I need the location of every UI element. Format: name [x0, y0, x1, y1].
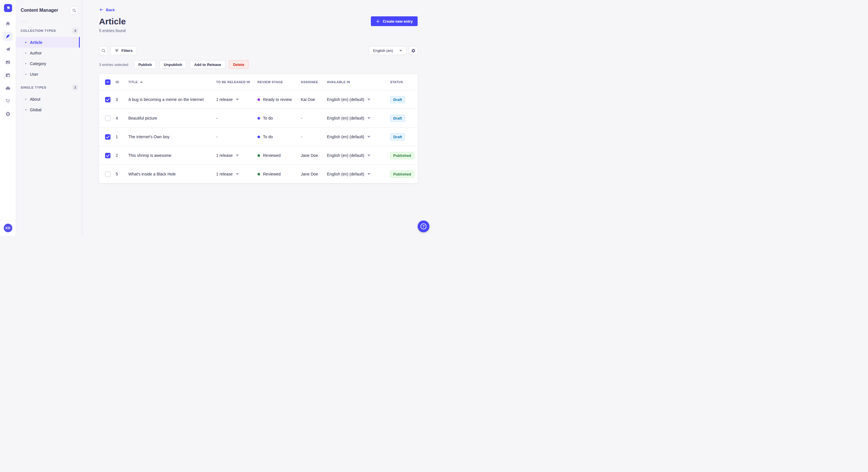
cell-review-stage: To do [257, 116, 301, 121]
delete-button[interactable]: Delete [229, 60, 249, 69]
entries-count: 5 entries found [99, 28, 417, 33]
cell-to-be-released-in: - [216, 134, 257, 139]
filters-button[interactable]: Filters [110, 46, 137, 55]
sidebar-item-releases[interactable] [3, 45, 12, 54]
row-checkbox[interactable] [105, 134, 111, 140]
table-row[interactable]: 4 Beautiful picture - To do - English (e… [99, 109, 417, 127]
status-badge: Draft [390, 133, 405, 140]
sidebar-item-marketplace[interactable] [3, 96, 12, 105]
cell-id: 2 [116, 153, 128, 158]
bullet-icon [25, 99, 26, 100]
column-header-review-stage[interactable]: REVIEW STAGE [257, 80, 301, 84]
view-settings-button[interactable] [409, 46, 417, 55]
subnav-item-author[interactable]: Author [16, 47, 80, 58]
column-header-status[interactable]: STATUS [390, 80, 417, 84]
chevron-down-icon[interactable] [367, 136, 370, 138]
bulk-actions-bar: 3 entries selected Publish Unpublish Add… [99, 60, 417, 69]
single-types-count-badge: 2 [72, 85, 78, 90]
cell-to-be-released-in: 1 release [216, 97, 257, 102]
chevron-down-icon[interactable] [367, 99, 370, 100]
sidebar-item-home[interactable] [3, 19, 12, 28]
toolbar: Filters English (en) [99, 46, 417, 55]
sidebar-item-content-type-builder[interactable] [3, 71, 12, 80]
section-label-single-types: SINGLE TYPES [21, 86, 46, 89]
bullet-icon [25, 74, 26, 75]
row-checkbox[interactable] [105, 171, 111, 177]
gear-icon [411, 48, 415, 53]
cell-assignee: Jane Doe [301, 153, 327, 158]
filters-label: Filters [121, 48, 133, 53]
table-search-button[interactable] [99, 46, 108, 55]
divider [21, 21, 28, 22]
back-link[interactable]: Back [99, 7, 115, 12]
add-to-release-button[interactable]: Add to Release [190, 60, 225, 69]
column-header-title[interactable]: TITLE [128, 80, 216, 84]
chevron-down-icon[interactable] [367, 173, 370, 175]
locale-select[interactable]: English (en) [369, 46, 406, 55]
status-badge: Published [390, 171, 414, 178]
cell-id: 1 [116, 134, 128, 139]
question-mark-icon: ? [421, 224, 427, 229]
help-button[interactable]: ? [417, 221, 429, 232]
table-row[interactable]: 3 A bug is becoming a meme on the intern… [99, 90, 417, 109]
column-header-released[interactable]: TO BE RELEASED IN [216, 80, 257, 84]
cell-assignee: - [301, 134, 327, 139]
table-row[interactable]: 1 The internet's Own boy - To do - Engli… [99, 127, 417, 146]
cell-status: Draft [390, 133, 417, 140]
row-checkbox[interactable] [105, 115, 111, 121]
layout-icon [5, 72, 11, 78]
subnav-item-user[interactable]: User [16, 69, 80, 79]
sidebar-item-settings[interactable] [3, 109, 12, 119]
sidebar-item-deploy[interactable] [3, 83, 12, 93]
create-new-entry-label: Create new entry [383, 19, 413, 24]
sort-ascending-icon [140, 81, 143, 83]
subnav-item-label: Article [30, 40, 42, 45]
cell-status: Published [390, 152, 417, 159]
locale-value: English (en) [373, 48, 393, 53]
chevron-down-icon[interactable] [367, 117, 370, 119]
chevron-down-icon[interactable] [236, 155, 239, 156]
subnav-item-label: Author [30, 51, 42, 55]
cell-review-stage: Reviewed [257, 153, 301, 158]
stage-dot-icon [257, 98, 260, 101]
subnav-item-article[interactable]: Article [16, 37, 80, 47]
strapi-logo-glyph [5, 5, 11, 11]
cell-assignee: Jane Doe [301, 172, 327, 176]
chevron-down-icon[interactable] [367, 155, 370, 156]
table-header-row: ID TITLE TO BE RELEASED IN REVIEW STAGE … [99, 74, 417, 90]
create-new-entry-button[interactable]: Create new entry [371, 16, 417, 26]
subnav-item-about[interactable]: About [16, 94, 80, 104]
status-badge: Draft [390, 115, 405, 122]
subnav-item-global[interactable]: Global [16, 104, 80, 115]
column-header-id[interactable]: ID [116, 80, 128, 84]
search-icon [72, 8, 76, 12]
subnav-item-category[interactable]: Category [16, 58, 80, 69]
row-checkbox[interactable] [105, 153, 111, 158]
user-avatar[interactable]: KD [4, 224, 12, 232]
strapi-logo[interactable] [4, 4, 12, 12]
content-manager-subnav: Content Manager COLLECTION TYPES 4 Artic… [16, 0, 82, 236]
unpublish-button[interactable]: Unpublish [160, 60, 187, 69]
cell-available-in: English (en) (default) [327, 97, 390, 102]
cell-to-be-released-in: - [216, 116, 257, 121]
cell-id: 3 [116, 97, 128, 102]
chevron-down-icon[interactable] [236, 99, 239, 100]
column-header-available-in[interactable]: AVAILABLE IN [327, 80, 390, 84]
bullet-icon [25, 109, 26, 110]
subnav-search-button[interactable] [70, 6, 78, 14]
cell-title: This shrimp is awesome [128, 153, 216, 158]
cell-id: 5 [116, 172, 128, 176]
cell-available-in: English (en) (default) [327, 116, 390, 121]
select-all-checkbox[interactable] [105, 79, 111, 85]
home-icon [5, 21, 11, 26]
chevron-down-icon[interactable] [236, 173, 239, 175]
table-row[interactable]: 5 What's inside a Black Hole 1 release R… [99, 165, 417, 183]
column-header-assignee[interactable]: ASSIGNEE [301, 80, 327, 84]
table-row[interactable]: 2 This shrimp is awesome 1 release Revie… [99, 146, 417, 165]
publish-button[interactable]: Publish [134, 60, 156, 69]
row-checkbox[interactable] [105, 97, 111, 102]
sidebar-item-media-library[interactable] [3, 58, 12, 67]
sidebar-item-content-manager[interactable] [3, 32, 12, 41]
main-nav: KD [0, 0, 16, 236]
bullet-icon [25, 63, 26, 64]
